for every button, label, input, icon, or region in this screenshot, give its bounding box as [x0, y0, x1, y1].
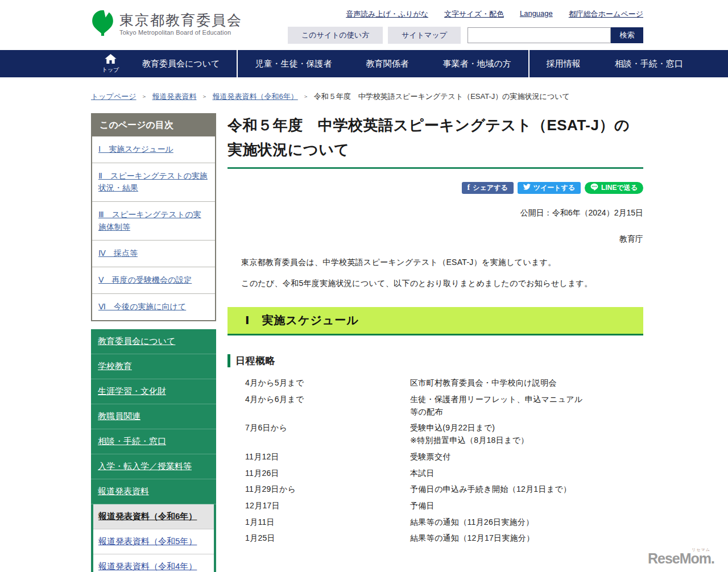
resemom-watermark: リセマム ReseMom. [648, 550, 714, 567]
schedule-row: 7月6日から 受験申込(9月22日まで)※特別措置申込（8月18日まで） [245, 422, 643, 446]
main-content: 令和５年度 中学校英語スピーキングテスト（ESAT-J）の実施状況について f … [228, 113, 643, 549]
menu-item-about-board: 教育委員会について [91, 329, 216, 354]
page-title: 令和５年度 中学校英語スピーキングテスト（ESAT-J）の実施状況について [228, 113, 643, 162]
menu-link-active[interactable]: 報道発表資料（令和6年） [98, 511, 197, 521]
nav-home[interactable]: トップ [96, 54, 125, 74]
category-menu: 教育委員会について 学校教育 生涯学習・文化財 教職員関連 相談・手続・窓口 入… [91, 329, 216, 572]
menu-link[interactable]: 報道発表資料（令和4年） [98, 561, 197, 571]
schedule-row: 11月29日から 予備日の申込み手続き開始（12月1日まで） [245, 483, 643, 496]
section-heading-schedule: Ⅰ 実施スケジュール [228, 307, 643, 335]
toc-link-1[interactable]: Ⅰ 実施スケジュール [98, 144, 173, 154]
site-usage-button[interactable]: このサイトの使い方 [288, 27, 383, 44]
menu-sub-group: 報道発表資料（令和6年） 報道発表資料（令和5年） 報道発表資料（令和4年） [91, 504, 216, 572]
menu-link[interactable]: 入学・転入学／授業料等 [98, 461, 192, 471]
subheading-outline: 日程概略 [228, 354, 643, 367]
schedule-row: 12月17日 予備日 [245, 500, 643, 512]
toc-link-3[interactable]: Ⅲ スピーキングテストの実施体制等 [98, 210, 201, 231]
toc-link-6[interactable]: Ⅵ 今後の実施に向けて [98, 302, 186, 311]
menu-link[interactable]: 学校教育 [98, 361, 132, 371]
breadcrumb: トップページ ＞ 報道発表資料 ＞ 報道発表資料（令和6年） ＞ 令和５年度 中… [91, 92, 728, 102]
department-name: 教育庁 [228, 234, 643, 244]
lead-paragraphs: 東京都教育委員会は、中学校英語スピーキングテスト（ESAT-J）を実施しています… [228, 256, 643, 291]
site-logo[interactable]: 東京都教育委員会 Tokyo Metropolitan Board of Edu… [91, 10, 242, 39]
menu-link[interactable]: 教職員関連 [98, 411, 140, 421]
breadcrumb-link-top[interactable]: トップページ [91, 92, 136, 102]
toc-item: Ⅱ スピーキングテストの実施状況・結果 [92, 163, 215, 202]
toc-link-5[interactable]: Ⅴ 再度の受験機会の設定 [98, 275, 192, 284]
nav-item-recruitment[interactable]: 採用情報 [530, 59, 598, 69]
search-box: 検索 [468, 27, 643, 43]
breadcrumb-link-press-r6[interactable]: 報道発表資料（令和6年） [213, 92, 298, 102]
logo-title: 東京都教育委員会 [119, 13, 242, 28]
toc-item: Ⅲ スピーキングテストの実施体制等 [92, 202, 215, 241]
schedule-event: 区市町村教育委員会・中学校向け説明会 [410, 377, 584, 389]
nav-item-students-parents[interactable]: 児童・生徒・保護者 [238, 59, 349, 69]
lead-paragraph: このたび、令和5年度実施状況について、以下のとおり取りまとめましたのでお知らせし… [233, 277, 643, 291]
schedule-date: 7月6日から [245, 422, 410, 446]
schedule-date: 1月25日 [245, 532, 410, 545]
subheading-accent-bar [228, 354, 230, 367]
logo-subtitle: Tokyo Metropolitan Board of Education [119, 29, 242, 36]
nav-home-label: トップ [102, 66, 119, 74]
schedule-event: 予備日の申込み手続き開始（12月1日まで） [410, 483, 584, 496]
twitter-tweet-label: ツイートする [533, 183, 575, 193]
schedule-row: 1月11日 結果等の通知（11月26日実施分） [245, 516, 643, 529]
schedule-event: 受験申込(9月22日まで)※特別措置申込（8月18日まで） [410, 422, 584, 446]
watermark-text: ReseMom. [648, 550, 714, 566]
toc-title: このページの目次 [92, 114, 215, 136]
title-divider [228, 167, 643, 169]
schedule-event: 予備日 [410, 500, 584, 512]
sidebar: このページの目次 Ⅰ 実施スケジュール Ⅱ スピーキングテストの実施状況・結果 … [91, 113, 216, 572]
schedule-list: 4月から5月まで 区市町村教育委員会・中学校向け説明会 4月から6月まで 生徒・… [245, 377, 643, 545]
nav-item-educators[interactable]: 教育関係者 [349, 59, 425, 69]
schedule-date: 1月11日 [245, 516, 410, 529]
facebook-share-button[interactable]: f シェアする [462, 182, 514, 194]
menu-item-press: 報道発表資料 [91, 479, 216, 504]
line-bubble-icon [590, 183, 598, 192]
menu-item-lifelong-learning: 生涯学習・文化財 [91, 379, 216, 404]
page-toc: このページの目次 Ⅰ 実施スケジュール Ⅱ スピーキングテストの実施状況・結果 … [91, 113, 216, 321]
nav-item-consultation[interactable]: 相談・手続・窓口 [598, 59, 700, 69]
toc-link-4[interactable]: Ⅳ 採点等 [98, 248, 138, 258]
twitter-tweet-button[interactable]: ツイートする [518, 182, 581, 194]
line-send-label: LINEで送る [601, 183, 638, 193]
nav-item-business-community[interactable]: 事業者・地域の方 [425, 59, 528, 69]
facebook-icon: f [468, 183, 470, 192]
line-send-button[interactable]: LINEで送る [585, 182, 643, 194]
menu-item-school-education: 学校教育 [91, 354, 216, 379]
schedule-event: 受験票交付 [410, 451, 584, 463]
search-input[interactable] [468, 27, 611, 43]
toc-item: Ⅴ 再度の受験機会の設定 [92, 267, 215, 294]
global-nav: トップ 教育委員会について 児童・生徒・保護者 教育関係者 事業者・地域の方 採… [0, 50, 728, 77]
breadcrumb-link-press[interactable]: 報道発表資料 [152, 92, 197, 102]
link-voice-reading[interactable]: 音声読み上げ・ふりがな [346, 9, 428, 19]
schedule-date: 11月12日 [245, 451, 410, 463]
link-metro-homepage[interactable]: 都庁総合ホームページ [569, 9, 643, 19]
sitemap-button[interactable]: サイトマップ [388, 27, 461, 44]
schedule-date: 11月29日から [245, 483, 410, 496]
menu-link[interactable]: 報道発表資料 [98, 486, 149, 496]
menu-link[interactable]: 教育委員会について [98, 336, 175, 346]
menu-link[interactable]: 報道発表資料（令和5年） [98, 536, 197, 546]
schedule-row: 11月12日 受験票交付 [245, 451, 643, 463]
menu-link[interactable]: 生涯学習・文化財 [98, 386, 166, 396]
nav-item-about-board[interactable]: 教育委員会について [125, 59, 237, 69]
share-buttons: f シェアする ツイートする LINEで送る [228, 182, 643, 194]
subheading-label: 日程概略 [235, 354, 275, 367]
menu-item-press-r4: 報道発表資料（令和4年） [93, 554, 214, 572]
menu-item-press-r6-active: 報道発表資料（令和6年） [93, 504, 214, 529]
lead-paragraph: 東京都教育委員会は、中学校英語スピーキングテスト（ESAT-J）を実施しています… [233, 256, 643, 270]
menu-item-teachers: 教職員関連 [91, 404, 216, 429]
site-header: 東京都教育委員会 Tokyo Metropolitan Board of Edu… [0, 0, 728, 50]
search-button[interactable]: 検索 [611, 27, 643, 43]
home-icon [105, 54, 117, 65]
toc-item: Ⅳ 採点等 [92, 241, 215, 267]
utility-links: 音声読み上げ・ふりがな 文字サイズ・配色 Language 都庁総合ホームページ [288, 9, 643, 19]
toc-link-2[interactable]: Ⅱ スピーキングテストの実施状況・結果 [98, 171, 208, 193]
facebook-share-label: シェアする [473, 183, 507, 193]
link-text-size[interactable]: 文字サイズ・配色 [444, 9, 504, 19]
menu-link[interactable]: 相談・手続・窓口 [98, 436, 166, 446]
schedule-row: 4月から6月まで 生徒・保護者用リーフレット、申込マニュアル等の配布 [245, 393, 643, 418]
link-language[interactable]: Language [520, 9, 553, 19]
ginkgo-leaf-icon [91, 10, 114, 39]
